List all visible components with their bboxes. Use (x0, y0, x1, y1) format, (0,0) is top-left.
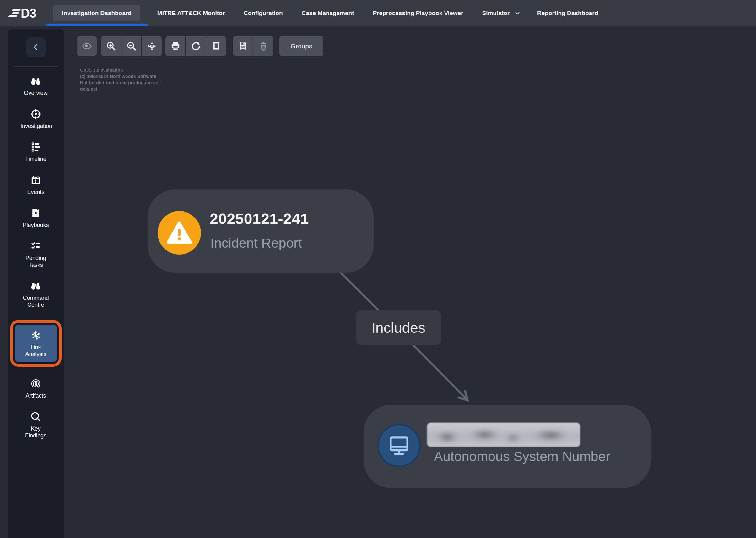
node-autonomous-system-number[interactable]: Autonomous System Number (363, 405, 651, 488)
sidebar-item-key-findings[interactable]: Key Findings (8, 411, 64, 439)
warning-badge (158, 211, 201, 254)
sidebar-collapse-button[interactable] (26, 37, 46, 57)
binoculars-icon (30, 76, 41, 87)
tab-case-management[interactable]: Case Management (292, 0, 363, 27)
binoculars-icon (30, 280, 41, 292)
sidebar-item-timeline[interactable]: Timeline (8, 141, 64, 163)
tab-preprocessing-playbook-viewer[interactable]: Preprocessing Playbook Viewer (363, 0, 473, 27)
calendar-alert-icon (30, 174, 41, 186)
timeline-icon (30, 141, 41, 153)
warning-triangle-icon (166, 219, 193, 246)
asn-name-redacted-blur (427, 423, 580, 447)
d3-logo-bars-icon (8, 9, 21, 17)
sidebar-item-overview[interactable]: Overview (8, 76, 64, 97)
network-graph-icon (30, 330, 41, 341)
incident-id: 20250121-241 (210, 210, 309, 228)
asn-badge (377, 424, 421, 467)
tab-simulator[interactable]: Simulator (473, 0, 528, 27)
sidebar-menu: Overview Investigation Timeline Events P… (8, 76, 64, 439)
sidebar-item-investigation[interactable]: Investigation (8, 108, 64, 130)
sidebar-item-pending-tasks[interactable]: Pending Tasks (8, 241, 64, 269)
active-tab-underline (46, 24, 148, 27)
primary-nav: Investigation Dashboard MITRE ATT&CK Mon… (46, 0, 607, 27)
target-icon (30, 108, 41, 120)
d3-logo-text: D3 (21, 6, 36, 21)
edge-label-includes: Includes (356, 310, 441, 345)
chevron-left-icon (31, 42, 40, 52)
sidebar-item-playbooks[interactable]: Playbooks (8, 207, 64, 229)
search-alert-icon (30, 411, 41, 422)
playbook-icon (30, 207, 41, 219)
link-analysis-selected-box: Link Analysis (15, 325, 57, 362)
tab-investigation-dashboard[interactable]: Investigation Dashboard (46, 0, 148, 27)
top-nav-bar: D3 Investigation Dashboard MITRE ATT&CK … (0, 0, 756, 27)
fingerprint-icon (30, 378, 41, 389)
sidebar-item-link-analysis[interactable]: Link Analysis (8, 320, 64, 367)
checklist-icon (30, 241, 41, 252)
node-incident-report[interactable]: 20250121-241 Incident Report (148, 189, 374, 273)
sidebar-item-events[interactable]: Events (8, 174, 64, 196)
incident-type-label: Incident Report (210, 235, 302, 251)
chevron-down-icon (515, 10, 520, 16)
left-sidebar: Overview Investigation Timeline Events P… (8, 29, 64, 538)
gojs-watermark: GoJS 3.0 evaluation (c) 1998-2024 Northw… (80, 67, 161, 92)
d3-logo: D3 (10, 0, 36, 27)
sidebar-item-command-centre[interactable]: Command Centre (8, 280, 64, 309)
sidebar-divider (14, 66, 58, 67)
tab-mitre-attck-monitor[interactable]: MITRE ATT&CK Monitor (148, 0, 234, 27)
asn-type-label: Autonomous System Number (434, 449, 610, 464)
sidebar-item-artifacts[interactable]: Artifacts (8, 378, 64, 400)
tab-configuration[interactable]: Configuration (234, 0, 292, 27)
monitor-icon (387, 433, 411, 458)
tab-reporting-dashboard[interactable]: Reporting Dashboard (528, 0, 607, 27)
